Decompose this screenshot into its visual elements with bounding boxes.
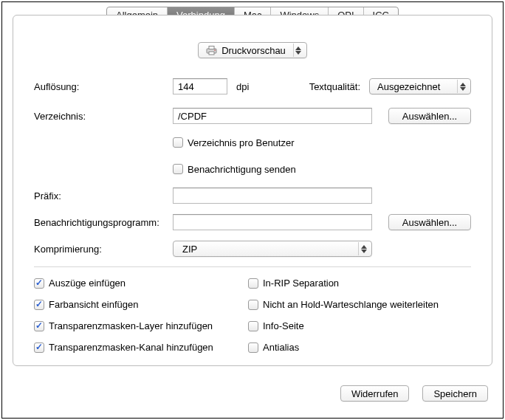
notify-prog-input[interactable]: [173, 214, 372, 230]
trans-layer-checkbox[interactable]: Transparenzmasken-Layer hinzufügen: [34, 320, 241, 331]
updown-icon: [457, 80, 467, 93]
info-page-label: Info-Seite: [263, 320, 304, 331]
trans-channel-label: Transparenzmasken-Kanal hinzufügen: [49, 342, 213, 353]
send-notification-checkbox[interactable]: Benachrichtigung senden: [173, 164, 296, 175]
save-button[interactable]: Speichern: [422, 385, 488, 402]
compression-popup[interactable]: ZIP: [173, 241, 372, 257]
dir-per-user-checkbox[interactable]: Verzeichnis pro Benutzer: [173, 137, 295, 148]
choose-directory-button[interactable]: Auswählen...: [388, 108, 471, 124]
insert-colorview-checkbox[interactable]: Farbansicht einfügen: [34, 299, 241, 310]
separator: [34, 266, 471, 267]
updown-icon: [358, 242, 368, 255]
no-hold-label: Nicht an Hold-Warteschlange weiterleiten: [263, 299, 439, 310]
mode-popup[interactable]: Druckvorschau: [198, 42, 307, 58]
resolution-input[interactable]: [173, 78, 227, 94]
textquality-value: Ausgezeichnet: [377, 81, 440, 92]
directory-label: Verzeichnis:: [34, 111, 173, 122]
settings-panel: Druckvorschau Auflösung: dpi Textqualitä…: [13, 15, 492, 366]
mode-popup-label: Druckvorschau: [221, 45, 286, 56]
revert-button[interactable]: Widerrufen: [340, 385, 410, 402]
svg-rect-2: [209, 52, 214, 55]
inrip-label: In-RIP Separation: [263, 278, 339, 289]
svg-marker-4: [295, 47, 301, 50]
textquality-label: Textqualität:: [309, 81, 360, 92]
svg-marker-9: [361, 249, 367, 253]
svg-rect-1: [209, 46, 214, 49]
info-page-checkbox[interactable]: Info-Seite: [248, 320, 471, 331]
prefix-input[interactable]: [173, 187, 372, 204]
compression-label: Komprimierung:: [34, 244, 173, 255]
svg-marker-5: [295, 51, 301, 55]
updown-icon: [293, 44, 303, 57]
antialias-checkbox[interactable]: Antialias: [248, 342, 471, 353]
printer-icon: [206, 46, 217, 55]
trans-channel-checkbox[interactable]: Transparenzmasken-Kanal hinzufügen: [34, 342, 241, 353]
inrip-checkbox[interactable]: In-RIP Separation: [248, 278, 471, 289]
dpi-label: dpi: [236, 81, 249, 92]
directory-input[interactable]: [173, 108, 372, 124]
no-hold-checkbox[interactable]: Nicht an Hold-Warteschlange weiterleiten: [248, 299, 471, 310]
trans-layer-label: Transparenzmasken-Layer hinzufügen: [49, 320, 213, 331]
send-notification-label: Benachrichtigung senden: [188, 164, 296, 175]
svg-marker-7: [460, 87, 466, 91]
prefix-label: Präfix:: [34, 190, 173, 202]
notify-prog-label: Benachrichtigungsprogramm:: [34, 217, 173, 228]
insert-extracts-checkbox[interactable]: Auszüge einfügen: [34, 278, 241, 289]
svg-marker-8: [361, 245, 367, 249]
textquality-popup[interactable]: Ausgezeichnet: [369, 78, 471, 94]
choose-notify-prog-button[interactable]: Auswählen...: [388, 214, 471, 230]
svg-marker-6: [460, 83, 466, 86]
insert-colorview-label: Farbansicht einfügen: [49, 299, 138, 310]
compression-value: ZIP: [181, 244, 197, 255]
insert-extracts-label: Auszüge einfügen: [49, 278, 126, 289]
antialias-label: Antialias: [263, 342, 299, 353]
resolution-label: Auflösung:: [34, 81, 173, 92]
dir-per-user-label: Verzeichnis pro Benutzer: [188, 137, 295, 148]
svg-point-3: [214, 49, 216, 51]
